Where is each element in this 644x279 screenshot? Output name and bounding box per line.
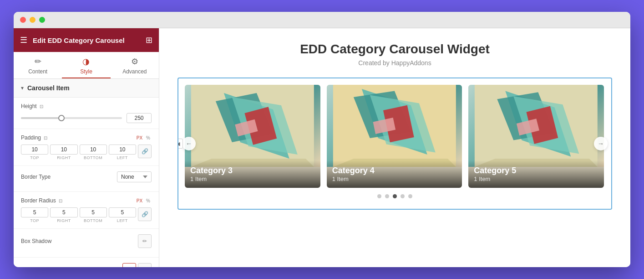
padding-responsive-icon: ⊡ [44, 135, 47, 140]
carousel-item-1-image [185, 85, 320, 167]
carousel-container: ◀ ← → [177, 78, 612, 210]
border-radius-left-wrap: LEFT [109, 207, 136, 223]
style-tab-icon: ◑ [82, 57, 90, 67]
border-type-control: Border Type None Solid Dashed Dotted Dou… [14, 166, 159, 192]
border-radius-inputs: TOP RIGHT BOTTOM LEFT [21, 207, 152, 223]
padding-unit-tabs: PX % [135, 135, 152, 141]
section-label: Carousel Item [27, 84, 70, 92]
carousel-item-2-image [327, 85, 462, 167]
padding-bottom-input[interactable] [80, 145, 107, 155]
tab-style-label: Style [80, 68, 92, 75]
background-type-classic-button[interactable]: ✓ [122, 263, 136, 267]
border-radius-bottom-wrap: BOTTOM [80, 207, 107, 223]
height-slider-fill [21, 117, 61, 119]
carousel-dot-1[interactable] [377, 194, 381, 198]
border-radius-pct-tab[interactable]: % [145, 198, 152, 204]
border-radius-bottom-input[interactable] [80, 207, 107, 217]
padding-bottom-wrap: BOTTOM [80, 145, 107, 160]
box-shadow-edit-button[interactable]: ✏ [138, 234, 152, 248]
padding-right-wrap: RIGHT [50, 145, 77, 160]
border-radius-right-label: RIGHT [57, 218, 71, 223]
height-slider-row [21, 113, 152, 123]
border-type-select-wrap: None Solid Dashed Dotted Double [117, 171, 152, 182]
background-type-gradient-button[interactable]: ▤ [138, 263, 152, 267]
carousel-item-1-category: Category 3 [190, 166, 315, 176]
border-radius-control: Border Radius ⊡ PX % TOP [14, 192, 159, 229]
carousel-item-1-count: 1 Item [190, 176, 315, 182]
carousel-item-3-overlay: Category 5 1 Item [468, 160, 604, 188]
carousel-item-1[interactable]: Category 3 1 Item [185, 85, 320, 188]
minimize-button[interactable] [30, 17, 35, 23]
height-responsive-icon: ⊡ [40, 104, 43, 109]
border-radius-px-tab[interactable]: PX [135, 198, 144, 204]
border-radius-responsive-icon: ⊡ [59, 198, 62, 203]
carousel-dots [178, 194, 611, 198]
maximize-button[interactable] [39, 17, 45, 23]
sidebar-header: ☰ Edit EDD Category Carousel ⊞ [14, 28, 159, 52]
height-slider-thumb[interactable] [58, 115, 65, 121]
titlebar [14, 12, 630, 28]
padding-link-button[interactable]: 🔗 [138, 145, 152, 158]
border-radius-label: Border Radius ⊡ [21, 197, 62, 204]
height-slider-track[interactable] [21, 117, 122, 119]
tab-content-label: Content [28, 68, 47, 75]
close-button[interactable] [20, 17, 26, 23]
carousel-item-2[interactable]: Category 4 1 Item [327, 85, 462, 188]
carousel-dot-5[interactable] [408, 194, 412, 198]
carousel-item-3[interactable]: Category 5 1 Item [468, 85, 604, 188]
carousel-dot-4[interactable] [401, 194, 405, 198]
padding-right-label: RIGHT [57, 155, 71, 160]
padding-bottom-label: BOTTOM [84, 155, 102, 160]
carousel-next-button[interactable]: → [594, 137, 608, 150]
grid-icon[interactable]: ⊞ [146, 35, 152, 45]
border-radius-unit-tabs: PX % [135, 198, 152, 204]
tab-style[interactable]: ◑ Style [62, 52, 110, 78]
padding-px-tab[interactable]: PX [135, 135, 144, 141]
carousel-prev-button[interactable]: ← [182, 137, 196, 150]
border-radius-left-input[interactable] [109, 207, 136, 217]
border-type-select[interactable]: None Solid Dashed Dotted Double [117, 171, 152, 182]
padding-right-input[interactable] [50, 145, 77, 155]
main-content: EDD Category Carousel Widget Created by … [159, 28, 630, 267]
geo-art-3 [468, 85, 604, 167]
widget-title: EDD Category Carousel Widget [300, 42, 490, 57]
carousel-item-3-image [468, 85, 604, 167]
carousel-item-section[interactable]: ▾ Carousel Item [14, 79, 159, 98]
padding-top-label: TOP [30, 155, 39, 160]
padding-pct-tab[interactable]: % [145, 135, 152, 141]
border-radius-top-input[interactable] [21, 207, 48, 217]
border-radius-link-button[interactable]: 🔗 [138, 207, 152, 221]
tab-advanced[interactable]: ⚙ Advanced [111, 52, 159, 78]
padding-inputs: TOP RIGHT BOTTOM LEFT [21, 145, 152, 160]
padding-top-input[interactable] [21, 145, 48, 155]
padding-left-label: LEFT [117, 155, 128, 160]
padding-label: Padding ⊡ [21, 134, 47, 141]
carousel-dot-2[interactable] [385, 194, 389, 198]
border-radius-right-input[interactable] [50, 207, 77, 217]
border-radius-row: Border Radius ⊡ PX % [21, 197, 152, 204]
hamburger-icon[interactable]: ☰ [20, 35, 27, 45]
widget-subtitle: Created by HappyAddons [358, 59, 431, 67]
box-shadow-control: Box Shadow ✏ [14, 229, 159, 258]
app-window: ☰ Edit EDD Category Carousel ⊞ ✏ Content… [14, 12, 630, 267]
background-type-label: Background Type [21, 266, 63, 267]
carousel-item-3-category: Category 5 [474, 166, 598, 176]
border-radius-top-label: TOP [30, 218, 39, 223]
border-radius-right-wrap: RIGHT [50, 207, 77, 223]
border-radius-left-label: LEFT [117, 218, 128, 223]
padding-left-input[interactable] [109, 145, 136, 155]
advanced-tab-icon: ⚙ [131, 57, 138, 67]
carousel-dot-3[interactable] [393, 194, 397, 198]
tab-advanced-label: Advanced [122, 68, 147, 75]
carousel-track: Category 3 1 Item [178, 78, 611, 188]
tab-content[interactable]: ✏ Content [14, 52, 62, 78]
geo-art-2 [327, 85, 462, 167]
background-type-row: Background Type ✓ ▤ [21, 263, 152, 267]
carousel-item-2-overlay: Category 4 1 Item [327, 160, 462, 188]
sidebar: ☰ Edit EDD Category Carousel ⊞ ✏ Content… [14, 28, 159, 267]
height-control: Height ⊡ [14, 98, 159, 129]
content-tab-icon: ✏ [35, 57, 41, 67]
sidebar-content: ▾ Carousel Item Height ⊡ [14, 79, 159, 267]
carousel-collapse-button[interactable]: ◀ [177, 139, 183, 149]
height-input[interactable] [127, 113, 152, 123]
